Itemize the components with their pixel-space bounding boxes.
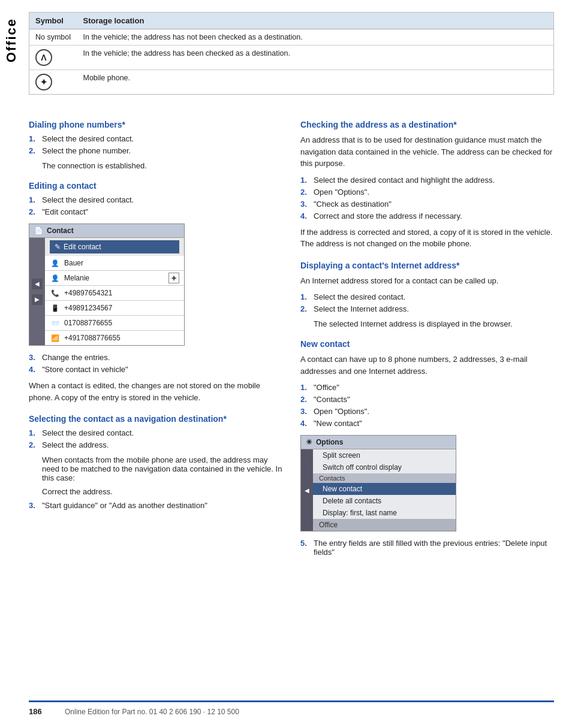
nav-next[interactable]: ▶ (32, 294, 43, 305)
selecting-step3-list: 3. "Start guidance" or "Add as another d… (29, 501, 282, 510)
table-cell-symbol: Λ (29, 46, 77, 70)
step-num: 4. (29, 365, 38, 374)
pencil-icon: ✎ (55, 243, 61, 251)
step-num: 3. (300, 407, 310, 416)
checking-body2: If the address is corrected and stored, … (300, 226, 554, 250)
step-text: "Edit contact" (42, 207, 282, 216)
list-item: 2. Open "Options". (300, 188, 554, 197)
list-item: 1. Select the desired contact and highli… (300, 176, 554, 185)
section-dialing-heading: Dialing phone numbers* (29, 120, 282, 129)
fax-icon: 📨 (50, 318, 61, 328)
step-text: Open "Options". (314, 188, 554, 197)
options-item-split[interactable]: Split screen (313, 449, 456, 461)
add-button[interactable]: + (168, 273, 179, 283)
list-item: 3. Open "Options". (300, 407, 554, 416)
contact-phone4: +4917088776655 (64, 334, 179, 342)
options-item-office[interactable]: Office (313, 519, 456, 531)
person-icon: 👤 (50, 273, 61, 283)
selecting-sub2: Correct the address. (42, 487, 282, 496)
step-text: Select the desired contact. (42, 428, 282, 437)
options-nav-row: ◀ Split screen Switch off control displa… (301, 449, 456, 531)
options-section-contacts: Contacts (313, 473, 456, 483)
step-text: Correct and store the address if necessa… (314, 212, 554, 220)
step-num: 3. (29, 501, 38, 510)
step-text: "Start guidance" or "Add as another dest… (42, 501, 282, 510)
list-item: 4. Correct and store the address if nece… (300, 212, 554, 220)
step-text: "New contact" (314, 419, 554, 428)
step-text: "Check as destination" (314, 200, 554, 209)
displaying-body: An Internet address stored for a contact… (300, 275, 554, 287)
contact-nav-left[interactable]: ◀ ▶ (29, 238, 45, 345)
contact-row-phone2: 📱 +49891234567 (45, 301, 184, 316)
options-item-new-contact[interactable]: New contact (313, 483, 456, 495)
options-nav-arrow[interactable]: ◀ (301, 449, 313, 531)
step-text: Open "Options". (314, 407, 554, 416)
contact-ui-mockup: 📄 Contact ◀ ▶ ✎ Edit contact (29, 223, 185, 346)
signal-icon: 📶 (50, 333, 61, 343)
step-text: Select the Internet address. (314, 304, 554, 313)
step-num: 1. (29, 134, 38, 143)
list-item: 2. Select the phone number. (29, 146, 282, 155)
step-num: 5. (300, 539, 310, 557)
list-item: 2. "Contacts" (300, 395, 554, 404)
checking-list: 1. Select the desired contact and highli… (300, 176, 554, 220)
step-num: 2. (300, 304, 310, 313)
step-text: Select the phone number. (42, 146, 282, 155)
step-text: Change the entries. (42, 353, 282, 362)
options-item-switch-off[interactable]: Switch off control display (313, 461, 456, 473)
contact-ui-header: 📄 Contact (29, 224, 184, 238)
nav-prev[interactable]: ◀ (32, 279, 43, 289)
footer-page-number: 186 (29, 707, 53, 716)
table-cell-desc: In the vehicle; the address has been che… (77, 46, 554, 70)
contact-row-bauer: 👤 Bauer (45, 256, 184, 271)
step-text: The entry fields are still filled with t… (314, 539, 554, 557)
step-num: 2. (29, 207, 38, 216)
contact-name-bauer: Bauer (64, 259, 179, 267)
list-item: 3. Change the entries. (29, 353, 282, 362)
new-contact-list: 1. "Office" 2. "Contacts" 3. Open "Optio… (300, 383, 554, 428)
section-new-contact-heading: New contact (300, 339, 554, 349)
options-ui-mockup: ☀ Options ◀ Split screen Switch off cont… (300, 435, 456, 531)
edit-contact-button[interactable]: ✎ Edit contact (50, 240, 179, 253)
options-item-delete-contacts[interactable]: Delete all contacts (313, 495, 456, 507)
contact-header-label: Contact (47, 226, 74, 235)
step-num: 2. (300, 188, 310, 197)
dialing-sub: The connection is established. (42, 161, 282, 170)
editing-cont-list: 3. Change the entries. 4. "Store contact… (29, 353, 282, 374)
step-num: 1. (300, 176, 310, 185)
side-label-text: Office (4, 18, 19, 62)
list-item: 1. Select the desired contact. (29, 134, 282, 143)
list-item: 2. Select the Internet address. (300, 304, 554, 313)
step-text: "Store contact in vehicle" (42, 365, 282, 374)
step-num: 2. (29, 440, 38, 449)
options-item-display-name[interactable]: Display: first, last name (313, 507, 456, 519)
list-item: 5. The entry fields are still filled wit… (300, 539, 554, 557)
step-text: "Office" (314, 383, 554, 392)
editing-list: 1. Select the desired contact. 2. "Edit … (29, 195, 282, 216)
step-num: 3. (300, 200, 310, 209)
contact-row-phone3: 📨 017088776655 (45, 316, 184, 331)
contact-name-melanie: Melanie (64, 274, 165, 282)
contact-row-phone1: 📞 +49897654321 (45, 286, 184, 301)
person-icon: 👤 (50, 258, 61, 268)
list-item: 1. "Office" (300, 383, 554, 392)
footer-text: Online Edition for Part no. 01 40 2 606 … (65, 708, 239, 716)
section-checking-heading: Checking the address as a destination* (300, 120, 554, 129)
section-selecting-heading: Selecting the contact as a navigation de… (29, 414, 282, 424)
displaying-sub: The selected Internet address is display… (314, 319, 554, 328)
step-num: 4. (300, 212, 310, 220)
checking-body: An address that is to be used for destin… (300, 134, 554, 170)
dialing-list: 1. Select the desired contact. 2. Select… (29, 134, 282, 155)
selecting-list: 1. Select the desired contact. 2. Select… (29, 428, 282, 449)
section-displaying-heading: Displaying a contact's Internet address* (300, 261, 554, 270)
table-header-symbol: Symbol (29, 13, 77, 29)
new-contact-body: A contact can have up to 8 phone numbers… (300, 354, 554, 377)
displaying-list: 1. Select the desired contact. 2. Select… (300, 292, 554, 313)
contact-row-phone4: 📶 +4917088776655 (45, 331, 184, 345)
editing-body: When a contact is edited, the changes ar… (29, 380, 282, 403)
options-items: Split screen Switch off control display … (313, 449, 456, 531)
step-num: 1. (29, 195, 38, 204)
step-num: 3. (29, 353, 38, 362)
step-num: 2. (29, 146, 38, 155)
edit-contact-label: Edit contact (64, 243, 101, 251)
